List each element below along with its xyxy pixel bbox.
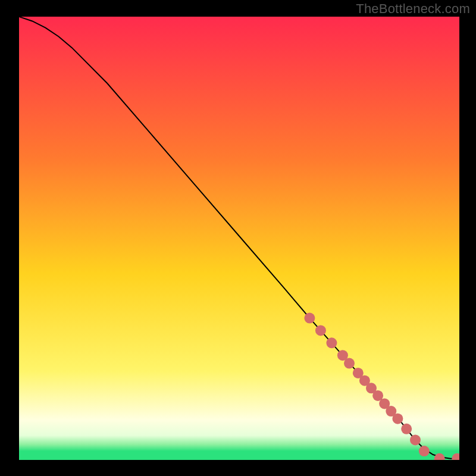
- stage: TheBottleneck.com: [0, 0, 476, 476]
- marker-dot: [419, 446, 430, 456]
- watermark-text: TheBottleneck.com: [356, 1, 470, 17]
- marker-dot: [304, 313, 315, 324]
- marker-dot: [392, 414, 403, 424]
- marker-dot: [410, 434, 421, 445]
- chart-svg: [19, 17, 459, 460]
- marker-dot: [401, 424, 412, 434]
- gradient-rect: [19, 17, 459, 460]
- marker-dot: [326, 337, 337, 348]
- marker-dot: [344, 358, 355, 369]
- marker-dot: [315, 325, 326, 336]
- plot-area: [19, 17, 459, 460]
